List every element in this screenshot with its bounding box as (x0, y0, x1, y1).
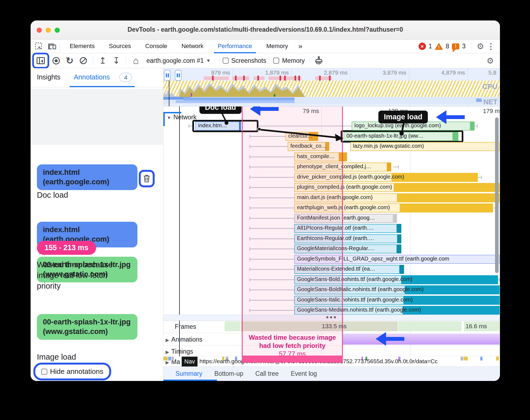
inspect-element-icon[interactable] (34, 42, 44, 51)
device-toolbar-icon[interactable] (48, 42, 57, 51)
request-queue-whisker (249, 126, 352, 126)
timeline-overview[interactable]: 879 ms1,879 ms2,879 ms3,879 ms4,879 ms5,… (163, 68, 500, 107)
tab-insights[interactable]: Insights (37, 73, 60, 81)
target-selector[interactable]: earth.google.com #1 (146, 57, 204, 64)
upload-profile-icon[interactable]: ↥ (97, 55, 108, 66)
memory-checkbox[interactable] (273, 58, 279, 64)
network-overview-band (163, 97, 500, 104)
vertical-scrollbar[interactable] (495, 117, 499, 273)
request-queue-whisker (249, 218, 294, 219)
request-download-segment[interactable] (392, 173, 478, 182)
ruler-tick-label: 1,879 ms (264, 69, 289, 76)
dock-side-toggle-icon[interactable] (35, 55, 46, 66)
annotation-label[interactable]: Image load (37, 352, 76, 362)
tab-network[interactable]: Network (174, 40, 211, 53)
home-icon[interactable]: ⌂ (130, 55, 141, 66)
status-badges: × 1 ! 8 ! 3 ⚙ ⋮ (419, 42, 500, 51)
request-label: main.dart.js (earth.google.com) (297, 194, 373, 200)
annotation-range-pill[interactable]: 155 - 213 ms (37, 241, 96, 255)
net-band-label: NET (483, 98, 497, 106)
frame-duration: 133.5 ms (322, 323, 347, 330)
window-title: DevTools - earth.google.com/static/multi… (31, 26, 500, 33)
partial-frame-bar[interactable] (240, 321, 398, 331)
network-waterfall[interactable]: index.htm…logo_lockup.svg (earth.google.… (163, 107, 500, 315)
request-download-segment[interactable] (404, 296, 500, 305)
hide-annotations-checkbox[interactable] (41, 369, 47, 375)
request-label: GoogleSymbols_FILL_GRAD_opsz_wght.ttf (e… (297, 256, 449, 262)
request-download-segment[interactable] (400, 203, 493, 212)
screenshots-checkbox[interactable] (223, 58, 229, 64)
request-queue-whisker (249, 136, 285, 137)
record-icon[interactable] (51, 55, 61, 66)
network-track-resizer[interactable]: ●●● (163, 315, 500, 321)
request-download-segment[interactable] (402, 275, 498, 284)
screenshots-label: Screenshots (231, 57, 266, 64)
doc-load-annotation-chip[interactable]: Doc load (199, 107, 242, 114)
tab-console[interactable]: Console (138, 40, 174, 53)
error-icon[interactable]: × (419, 43, 426, 50)
annotation-highlight-ring: Hide annotations (33, 363, 111, 380)
animation-bar[interactable] (342, 334, 500, 345)
ruler-tick-label: 4,879 ms (440, 69, 465, 76)
download-profile-icon[interactable]: ↧ (111, 55, 122, 66)
settings-gear-icon[interactable]: ⚙ (477, 42, 484, 51)
bottom-tab-summary[interactable]: Summary (175, 367, 202, 381)
annotation-label[interactable]: Doc load (37, 190, 68, 200)
kebab-menu-icon[interactable]: ⋮ (487, 42, 495, 51)
divider (220, 57, 220, 65)
request-queue-whisker (249, 208, 294, 208)
bottom-tab-bottom-up[interactable]: Bottom-up (214, 367, 243, 381)
event-marker-tick (243, 76, 245, 81)
active-tab-underline (70, 86, 135, 87)
annotation-entry-pill[interactable]: 00-earth-splash-1x-ltr.jpg (www.gstatic.… (37, 314, 137, 340)
error-count: 1 (429, 43, 432, 50)
request-end-cap (397, 224, 401, 233)
bottom-tab-call-tree[interactable]: Call tree (255, 367, 279, 381)
annotation-label[interactable]: Wasted time because image had low fetch … (37, 259, 130, 291)
request-label: plugins_compiled.js (earth.google.com) (297, 184, 392, 190)
tab-memory[interactable]: Memory (259, 40, 295, 53)
ruler-tick-label: 3,879 ms (382, 69, 406, 76)
warning-icon[interactable]: ! (435, 43, 443, 50)
network-track-header[interactable]: ▼Network (167, 114, 196, 121)
capture-settings-gear-icon[interactable]: ⚙ (487, 56, 494, 66)
request-label: GoogleSans-BoldItalic.nohints.ttf (earth… (297, 286, 424, 292)
wasted-time-text: had low fetch priority (242, 342, 343, 350)
issues-icon[interactable]: ! (452, 43, 459, 49)
request-end-cap (400, 265, 404, 274)
request-download-segment[interactable] (397, 193, 500, 202)
overview-window-handle-right[interactable] (175, 70, 181, 81)
request-label: clearcut… (288, 133, 313, 139)
nav-marker-chip[interactable]: Nav (182, 357, 198, 366)
navigation-marker-line (169, 81, 169, 107)
frames-track-label[interactable]: Frames (175, 323, 196, 330)
tab-performance[interactable]: Performance (211, 40, 259, 53)
panel-tabs: ElementsSourcesConsoleNetworkPerformance… (63, 40, 295, 53)
request-queue-whisker (249, 187, 294, 188)
timeline-flamechart[interactable]: 79 ms129 ms179 m ▼Network index.htm…logo… (163, 107, 500, 366)
performance-main-panel: 879 ms1,879 ms2,879 ms3,879 ms4,879 ms5,… (163, 68, 500, 381)
event-marker-tick (329, 76, 331, 81)
image-load-annotation-chip[interactable]: Image load (378, 111, 428, 123)
tab-annotations[interactable]: Annotations (74, 73, 110, 81)
more-tabs-button[interactable]: » (295, 40, 305, 53)
bottom-tab-event-log[interactable]: Event log (291, 367, 317, 381)
tab-sources[interactable]: Sources (102, 40, 138, 53)
collect-garbage-icon[interactable] (313, 55, 324, 66)
reload-record-icon[interactable]: ↻ (64, 55, 75, 66)
delete-annotation-icon[interactable] (143, 174, 150, 183)
chevron-down-icon[interactable]: ▼ (206, 58, 211, 64)
ruler-tick-label: 2,879 ms (323, 69, 348, 76)
animations-track-header[interactable]: ▶Animations (166, 336, 202, 343)
animations-pointer-arrow (379, 337, 404, 341)
request-download-segment[interactable] (394, 183, 500, 192)
annotation-entry-pill[interactable]: index.html (earth.google.com) (37, 164, 137, 190)
event-marker-band (254, 76, 264, 80)
overview-window-handle-left[interactable] (164, 70, 170, 81)
request-end-cap (397, 244, 401, 253)
tab-elements[interactable]: Elements (63, 40, 102, 53)
ruler-tick-label: 879 ms (205, 69, 230, 76)
warning-count: 8 (446, 43, 449, 50)
clear-icon[interactable] (78, 55, 89, 66)
annotation-card-selected[interactable] (31, 89, 163, 145)
